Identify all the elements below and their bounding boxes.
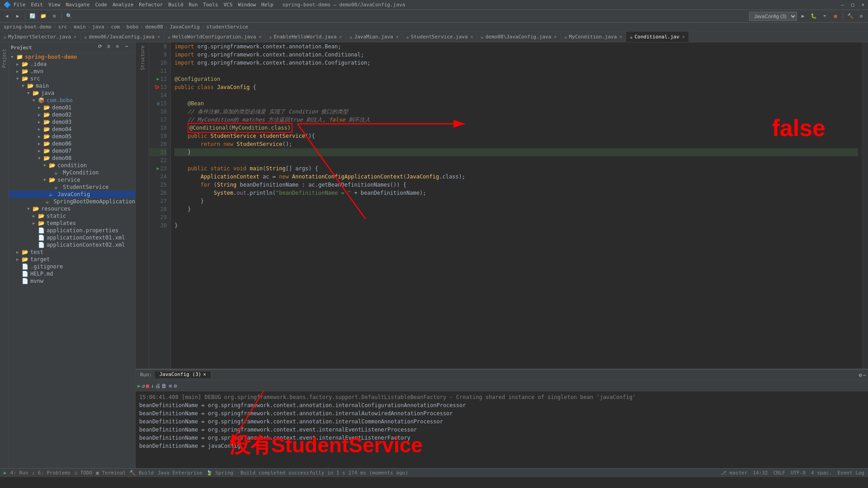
settings-button[interactable]: ⚙ [49, 11, 59, 21]
menu-run[interactable]: Run [189, 2, 198, 8]
tab-enablehelloworld[interactable]: ☕ EnableHelloWorld.java × [265, 32, 346, 42]
run-with-coverage-button[interactable]: ☂ [820, 11, 830, 21]
stop-button[interactable]: ■ [830, 11, 840, 21]
breadcrumb-part-2[interactable]: main [74, 24, 86, 30]
tree-item-src[interactable]: ▼📂src [9, 75, 135, 82]
event-log-button[interactable]: Event Log [837, 470, 864, 476]
tree-item-condition[interactable]: ▼📂condition [9, 162, 135, 169]
breadcrumb-part-7[interactable]: JavaConfig [170, 24, 199, 30]
menu-analyze[interactable]: Analyze [113, 2, 133, 8]
back-button[interactable]: ◀ [2, 11, 12, 21]
menu-file[interactable]: File [14, 2, 26, 8]
code-editor[interactable]: import org.springframework.context.annot… [171, 42, 862, 369]
tree-item-resources[interactable]: ▼📂resources [9, 205, 135, 212]
tree-item-mycondition[interactable]: ☕MyCondition [9, 169, 135, 176]
maximize-button[interactable]: □ [851, 2, 854, 8]
bottom-settings-button[interactable]: ⚙ [859, 372, 862, 378]
tab-javaconfig-demo06[interactable]: ☕ demo06/JavaConfig.java × [80, 32, 164, 42]
console-clear-button[interactable]: 🗑 [161, 383, 167, 389]
console-fold-button[interactable]: ≡ [169, 383, 172, 389]
run-button[interactable]: ▶ [798, 11, 808, 21]
close-tab-javaconfig-demo08[interactable]: × [554, 34, 557, 39]
debug-button[interactable]: 🐛 [809, 11, 819, 21]
console-scroll-end-button[interactable]: ↓ [151, 383, 154, 389]
rebuild-button[interactable]: ♻ [856, 11, 866, 21]
close-tab-helloworldconfiguration[interactable]: × [259, 34, 261, 39]
sidebar-settings-button[interactable]: ⚙ [116, 44, 124, 52]
project-panel-label[interactable]: Project [2, 49, 7, 68]
status-tab-terminal[interactable]: ▣ Terminal [96, 470, 126, 476]
encoding-indicator[interactable]: UTF-8 [791, 470, 806, 476]
indent-indicator[interactable]: 4 spac. [811, 470, 832, 476]
tree-item-demo07[interactable]: ▶📂demo07 [9, 147, 135, 155]
close-tab-javamian[interactable]: × [396, 34, 399, 39]
tree-item-studentservice-file[interactable]: ☕StudentService [9, 183, 135, 191]
tree-item-demo04[interactable]: ▶📂demo04 [9, 126, 135, 133]
status-tab-javaenterprise[interactable]: Java Enterprise [157, 470, 202, 476]
sidebar-sync-button[interactable]: ⟳ [98, 44, 106, 52]
tree-item-demo03[interactable]: ▶📂demo03 [9, 118, 135, 126]
menu-navigate[interactable]: Navigate [66, 2, 90, 8]
menu-edit[interactable]: Edit [31, 2, 43, 8]
close-tab-studentservice[interactable]: × [471, 34, 473, 39]
console-rerun-button[interactable]: ↺ [142, 383, 145, 389]
console-run-button[interactable]: ▶ [137, 383, 141, 389]
tree-item-mvnw[interactable]: 📄mvnw [9, 277, 135, 285]
crlf-indicator[interactable]: CRLF [773, 470, 785, 476]
tree-item-appprops[interactable]: 📄application.properties [9, 227, 135, 234]
menu-vcs[interactable]: VCS [223, 2, 232, 8]
sidebar-minimize-button[interactable]: – [125, 44, 133, 52]
tree-item-demo06[interactable]: ▶📂demo06 [9, 140, 135, 147]
tree-item-static[interactable]: ▶📂static [9, 212, 135, 220]
menu-refactor[interactable]: Refactor [139, 2, 163, 8]
tree-item-demo08[interactable]: ▼📂demo08 [9, 155, 135, 162]
close-tab-mycondition[interactable]: × [619, 34, 622, 39]
tab-myimportselector[interactable]: ☕ MyImportSelector.java × [0, 32, 80, 42]
forward-button[interactable]: ▶ [13, 11, 23, 21]
project-structure-button[interactable]: 📁 [38, 11, 48, 21]
menu-window[interactable]: Window [238, 2, 256, 8]
tree-item-javaconfig[interactable]: ☕JavaConfig [9, 191, 135, 198]
sidebar-collapse-button[interactable]: ≡ [107, 44, 115, 52]
tree-item-templates[interactable]: ▶📂templates [9, 220, 135, 227]
console-settings-button[interactable]: ⚙ [174, 383, 177, 389]
breadcrumb-part-1[interactable]: src [58, 24, 67, 30]
status-run-button[interactable]: ▶ [4, 470, 7, 476]
tree-item-gitignore[interactable]: 📄.gitignore [9, 263, 135, 270]
breadcrumb-part-6[interactable]: demo08 [145, 24, 163, 30]
tree-item-main[interactable]: ▼📂main [9, 82, 135, 89]
tree-item-service[interactable]: ▼📂service [9, 176, 135, 183]
breadcrumb-part-3[interactable]: java [92, 24, 104, 30]
tree-item-java[interactable]: ▼📂java [9, 89, 135, 97]
console-stop-button[interactable]: ■ [146, 383, 149, 389]
tree-item-helpmd[interactable]: 📄HELP.md [9, 270, 135, 277]
console-print-button[interactable]: 🖨 [155, 383, 160, 389]
tree-item-springbootdemo[interactable]: ▼📁spring-boot-demo [9, 53, 135, 61]
tab-studentservice[interactable]: ☕ StudentService.java × [403, 32, 477, 42]
structure-button[interactable]: Structure [139, 44, 146, 71]
tree-item-springbootdemoapplication[interactable]: ☕SpringBootDemoApplication [9, 198, 135, 205]
tree-item-idea[interactable]: ▶📂.idea [9, 61, 135, 68]
tree-item-demo01[interactable]: ▶📂demo01 [9, 104, 135, 111]
close-tab-myimportselector[interactable]: × [74, 34, 76, 39]
close-run-tab[interactable]: × [203, 371, 206, 377]
tab-mycondition[interactable]: ☕ MyCondition.java × [561, 32, 626, 42]
tree-item-target[interactable]: ▶📂target [9, 256, 135, 263]
breadcrumb-part-0[interactable]: spring-boot-demo [4, 24, 52, 30]
git-branch[interactable]: ⎇ master [721, 470, 747, 476]
status-tab-problems[interactable]: ⚠ 6: Problems [32, 470, 71, 476]
search-everywhere-button[interactable]: 🔍 [64, 11, 74, 21]
run-config-selector[interactable]: JavaConfig (3) [749, 12, 797, 21]
breadcrumb-part-4[interactable]: com [111, 24, 120, 30]
build-button[interactable]: 🔨 [845, 11, 855, 21]
bottom-minimize-button[interactable]: – [863, 372, 866, 378]
menu-build[interactable]: Build [168, 2, 183, 8]
tree-item-appctx02[interactable]: 📄applicationContext02.xml [9, 241, 135, 249]
minimize-button[interactable]: – [841, 2, 844, 8]
status-tab-spring[interactable]: 🍃 Spring [206, 470, 233, 476]
tree-item-appctx01[interactable]: 📄applicationContext01.xml [9, 234, 135, 241]
tree-item-demo05[interactable]: ▶📂demo05 [9, 133, 135, 140]
bottom-tab-run[interactable]: JavaConfig (3) × [155, 371, 211, 378]
menu-tools[interactable]: Tools [203, 2, 218, 8]
menu-view[interactable]: View [48, 2, 61, 8]
